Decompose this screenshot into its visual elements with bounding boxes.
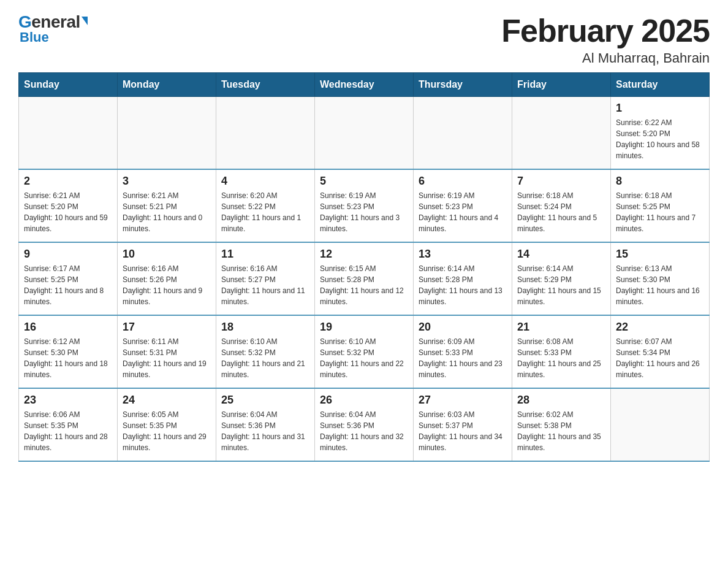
day-info: Sunrise: 6:15 AM Sunset: 5:28 PM Dayligh… (320, 263, 408, 307)
calendar-cell (414, 97, 512, 170)
day-number: 12 (320, 248, 408, 261)
day-number: 1 (616, 102, 704, 115)
day-info: Sunrise: 6:21 AM Sunset: 5:21 PM Dayligh… (123, 190, 211, 234)
calendar-cell: 1Sunrise: 6:22 AM Sunset: 5:20 PM Daylig… (611, 97, 710, 170)
calendar-week-row: 1Sunrise: 6:22 AM Sunset: 5:20 PM Daylig… (19, 97, 710, 170)
day-info: Sunrise: 6:12 AM Sunset: 5:30 PM Dayligh… (24, 336, 112, 380)
day-info: Sunrise: 6:10 AM Sunset: 5:32 PM Dayligh… (221, 336, 309, 380)
day-number: 26 (320, 394, 408, 407)
day-number: 19 (320, 321, 408, 334)
day-number: 11 (221, 248, 309, 261)
day-info: Sunrise: 6:16 AM Sunset: 5:27 PM Dayligh… (221, 263, 309, 307)
calendar-cell: 4Sunrise: 6:20 AM Sunset: 5:22 PM Daylig… (216, 169, 315, 242)
calendar-cell (216, 97, 315, 170)
day-info: Sunrise: 6:14 AM Sunset: 5:29 PM Dayligh… (517, 263, 605, 307)
day-number: 16 (24, 321, 112, 334)
day-info: Sunrise: 6:16 AM Sunset: 5:26 PM Dayligh… (123, 263, 211, 307)
calendar-week-row: 16Sunrise: 6:12 AM Sunset: 5:30 PM Dayli… (19, 315, 710, 388)
calendar-cell (315, 97, 414, 170)
day-number: 8 (616, 175, 704, 188)
day-info: Sunrise: 6:09 AM Sunset: 5:33 PM Dayligh… (419, 336, 507, 380)
weekday-header-tuesday: Tuesday (216, 73, 315, 97)
day-info: Sunrise: 6:19 AM Sunset: 5:23 PM Dayligh… (419, 190, 507, 234)
calendar-cell (611, 388, 710, 461)
calendar-cell: 18Sunrise: 6:10 AM Sunset: 5:32 PM Dayli… (216, 315, 315, 388)
calendar-cell: 13Sunrise: 6:14 AM Sunset: 5:28 PM Dayli… (414, 242, 512, 315)
calendar-cell: 15Sunrise: 6:13 AM Sunset: 5:30 PM Dayli… (611, 242, 710, 315)
logo: General Blue (18, 12, 88, 45)
calendar-week-row: 23Sunrise: 6:06 AM Sunset: 5:35 PM Dayli… (19, 388, 710, 461)
calendar-cell: 27Sunrise: 6:03 AM Sunset: 5:37 PM Dayli… (414, 388, 512, 461)
calendar-cell: 23Sunrise: 6:06 AM Sunset: 5:35 PM Dayli… (19, 388, 118, 461)
day-number: 27 (419, 394, 507, 407)
day-info: Sunrise: 6:08 AM Sunset: 5:33 PM Dayligh… (517, 336, 605, 380)
calendar-cell: 21Sunrise: 6:08 AM Sunset: 5:33 PM Dayli… (512, 315, 611, 388)
day-info: Sunrise: 6:05 AM Sunset: 5:35 PM Dayligh… (123, 409, 211, 453)
day-number: 25 (221, 394, 309, 407)
day-number: 15 (616, 248, 704, 261)
day-number: 28 (517, 394, 605, 407)
logo-blue-text: Blue (20, 29, 49, 45)
day-number: 10 (123, 248, 211, 261)
calendar-cell: 14Sunrise: 6:14 AM Sunset: 5:29 PM Dayli… (512, 242, 611, 315)
day-number: 13 (419, 248, 507, 261)
calendar-cell: 19Sunrise: 6:10 AM Sunset: 5:32 PM Dayli… (315, 315, 414, 388)
day-number: 22 (616, 321, 704, 334)
day-number: 23 (24, 394, 112, 407)
calendar-cell: 22Sunrise: 6:07 AM Sunset: 5:34 PM Dayli… (611, 315, 710, 388)
day-info: Sunrise: 6:10 AM Sunset: 5:32 PM Dayligh… (320, 336, 408, 380)
calendar-week-row: 2Sunrise: 6:21 AM Sunset: 5:20 PM Daylig… (19, 169, 710, 242)
calendar-cell: 2Sunrise: 6:21 AM Sunset: 5:20 PM Daylig… (19, 169, 118, 242)
calendar-cell: 7Sunrise: 6:18 AM Sunset: 5:24 PM Daylig… (512, 169, 611, 242)
day-info: Sunrise: 6:04 AM Sunset: 5:36 PM Dayligh… (320, 409, 408, 453)
weekday-header-saturday: Saturday (611, 73, 710, 97)
weekday-header-wednesday: Wednesday (315, 73, 414, 97)
calendar-subtitle: Al Muharraq, Bahrain (501, 50, 710, 66)
weekday-header-sunday: Sunday (19, 73, 118, 97)
day-info: Sunrise: 6:14 AM Sunset: 5:28 PM Dayligh… (419, 263, 507, 307)
calendar-title: February 2025 (501, 12, 710, 49)
calendar-week-row: 9Sunrise: 6:17 AM Sunset: 5:25 PM Daylig… (19, 242, 710, 315)
calendar-cell: 8Sunrise: 6:18 AM Sunset: 5:25 PM Daylig… (611, 169, 710, 242)
calendar-cell: 5Sunrise: 6:19 AM Sunset: 5:23 PM Daylig… (315, 169, 414, 242)
calendar-table: SundayMondayTuesdayWednesdayThursdayFrid… (18, 72, 710, 462)
day-info: Sunrise: 6:11 AM Sunset: 5:31 PM Dayligh… (123, 336, 211, 380)
day-number: 14 (517, 248, 605, 261)
day-number: 20 (419, 321, 507, 334)
day-info: Sunrise: 6:06 AM Sunset: 5:35 PM Dayligh… (24, 409, 112, 453)
day-info: Sunrise: 6:20 AM Sunset: 5:22 PM Dayligh… (221, 190, 309, 234)
day-info: Sunrise: 6:13 AM Sunset: 5:30 PM Dayligh… (616, 263, 704, 307)
calendar-cell: 6Sunrise: 6:19 AM Sunset: 5:23 PM Daylig… (414, 169, 512, 242)
calendar-cell: 16Sunrise: 6:12 AM Sunset: 5:30 PM Dayli… (19, 315, 118, 388)
weekday-header-friday: Friday (512, 73, 611, 97)
calendar-cell (512, 97, 611, 170)
day-info: Sunrise: 6:21 AM Sunset: 5:20 PM Dayligh… (24, 190, 112, 234)
calendar-cell: 12Sunrise: 6:15 AM Sunset: 5:28 PM Dayli… (315, 242, 414, 315)
calendar-cell (118, 97, 216, 170)
title-block: February 2025 Al Muharraq, Bahrain (501, 12, 710, 66)
day-info: Sunrise: 6:03 AM Sunset: 5:37 PM Dayligh… (419, 409, 507, 453)
day-info: Sunrise: 6:07 AM Sunset: 5:34 PM Dayligh… (616, 336, 704, 380)
day-number: 24 (123, 394, 211, 407)
day-info: Sunrise: 6:18 AM Sunset: 5:25 PM Dayligh… (616, 190, 704, 234)
day-info: Sunrise: 6:02 AM Sunset: 5:38 PM Dayligh… (517, 409, 605, 453)
calendar-cell: 20Sunrise: 6:09 AM Sunset: 5:33 PM Dayli… (414, 315, 512, 388)
day-number: 2 (24, 175, 112, 188)
day-number: 21 (517, 321, 605, 334)
calendar-cell: 24Sunrise: 6:05 AM Sunset: 5:35 PM Dayli… (118, 388, 216, 461)
day-number: 6 (419, 175, 507, 188)
day-number: 18 (221, 321, 309, 334)
calendar-cell (19, 97, 118, 170)
calendar-cell: 10Sunrise: 6:16 AM Sunset: 5:26 PM Dayli… (118, 242, 216, 315)
day-number: 4 (221, 175, 309, 188)
calendar-cell: 9Sunrise: 6:17 AM Sunset: 5:25 PM Daylig… (19, 242, 118, 315)
calendar-cell: 26Sunrise: 6:04 AM Sunset: 5:36 PM Dayli… (315, 388, 414, 461)
calendar-header-row: SundayMondayTuesdayWednesdayThursdayFrid… (19, 73, 710, 97)
day-info: Sunrise: 6:17 AM Sunset: 5:25 PM Dayligh… (24, 263, 112, 307)
day-info: Sunrise: 6:04 AM Sunset: 5:36 PM Dayligh… (221, 409, 309, 453)
day-number: 5 (320, 175, 408, 188)
weekday-header-thursday: Thursday (414, 73, 512, 97)
day-number: 9 (24, 248, 112, 261)
day-info: Sunrise: 6:22 AM Sunset: 5:20 PM Dayligh… (616, 117, 704, 161)
weekday-header-monday: Monday (118, 73, 216, 97)
